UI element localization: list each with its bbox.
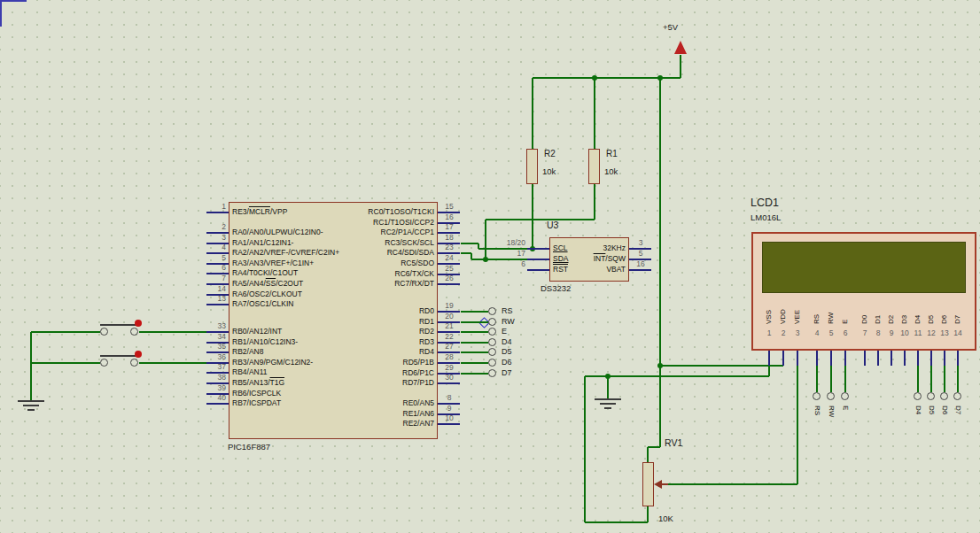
push-button-1-cap[interactable]	[135, 320, 142, 327]
push-button-1-terminal-1[interactable]	[100, 328, 108, 336]
mcu-pin-40-stub[interactable]	[206, 403, 229, 405]
mcu-pin-14-number: 14	[203, 285, 226, 293]
wire-segment[interactable]	[461, 311, 488, 313]
terminal-d7-mcu[interactable]	[488, 369, 496, 377]
lcd-pin-4-stub[interactable]	[816, 351, 818, 366]
wire-segment[interactable]	[461, 362, 488, 364]
wire-segment[interactable]	[532, 78, 533, 149]
wire-segment[interactable]	[584, 376, 586, 522]
wire-segment[interactable]	[585, 375, 769, 377]
terminal-rs-mcu[interactable]	[488, 307, 496, 315]
wire-segment[interactable]	[594, 78, 595, 149]
lcd-pin-1-stub[interactable]	[768, 351, 770, 366]
ground-symbol-left[interactable]	[23, 405, 39, 406]
wire-segment[interactable]	[830, 366, 832, 392]
terminal-d6-lcd[interactable]	[940, 392, 948, 400]
push-button-2-cap[interactable]	[135, 351, 142, 358]
mcu-pin-34-number: 34	[203, 333, 226, 341]
lcd-pin-14-stub[interactable]	[957, 351, 959, 366]
mcu-pin-23-number: 23	[438, 243, 461, 251]
wire-segment[interactable]	[607, 376, 609, 398]
wire-segment[interactable]	[461, 351, 488, 353]
wire-segment[interactable]	[648, 446, 660, 448]
lcd-pin-7-stub[interactable]	[864, 351, 866, 366]
mcu-pin-30-stub[interactable]	[438, 382, 460, 384]
rtc-pin-vbat-stub[interactable]	[629, 269, 651, 271]
push-button-2-bar[interactable]	[100, 355, 139, 357]
power-5v-arrow-icon[interactable]	[674, 41, 687, 54]
terminal-d4-mcu[interactable]	[488, 338, 496, 346]
wire-segment[interactable]	[139, 331, 206, 333]
lcd-pin-2-stub[interactable]	[782, 351, 784, 366]
wire-segment[interactable]	[461, 321, 488, 323]
lcd-pin-13-stub[interactable]	[944, 351, 945, 366]
terminal-d6-mcu[interactable]	[488, 359, 496, 367]
terminal-rs-lcd[interactable]	[813, 392, 821, 400]
lcd-pin-12-label: D5	[928, 315, 935, 324]
wire-segment[interactable]	[680, 55, 681, 78]
wire-segment[interactable]	[944, 366, 945, 392]
wire-segment[interactable]	[585, 521, 648, 523]
lcd-pin-5-stub[interactable]	[830, 351, 832, 366]
mcu-pin-19-name: RD0	[266, 307, 434, 315]
mcu-pin-27-number: 27	[438, 343, 461, 351]
ground-symbol-mid[interactable]	[604, 407, 611, 409]
terminal-d4-lcd[interactable]	[914, 392, 922, 400]
lcd-pin-6-stub[interactable]	[844, 351, 846, 366]
pot-rv1-body[interactable]	[642, 462, 654, 506]
wire-segment[interactable]	[30, 332, 32, 400]
lcd-pin-3-stub[interactable]	[797, 351, 798, 366]
push-button-2-terminal-2[interactable]	[130, 359, 138, 367]
wire-segment[interactable]	[486, 219, 595, 220]
resistor-r1-body[interactable]	[588, 149, 600, 184]
mcu-pin-26-stub[interactable]	[438, 283, 460, 285]
terminal-d7-lcd[interactable]	[953, 392, 961, 400]
schematic-canvas[interactable]: +5V R2 10k R1 10k U3 DS3232 PIC16F887 LC…	[0, 0, 980, 533]
wire-segment[interactable]	[930, 366, 932, 392]
ground-symbol-left[interactable]	[18, 400, 44, 402]
mcu-pin-36-number: 36	[203, 353, 226, 361]
terminal-rw-lcd[interactable]	[827, 392, 835, 400]
wire-segment[interactable]	[816, 366, 818, 392]
power-5v-label: +5V	[663, 23, 678, 32]
lcd-pin-8-stub[interactable]	[877, 351, 879, 366]
terminal-rw-mcu[interactable]	[488, 318, 496, 326]
wire-segment[interactable]	[660, 365, 783, 367]
lcd-pin-12-stub[interactable]	[930, 351, 932, 366]
resistor-r2-body[interactable]	[526, 149, 538, 184]
terminal-e-lcd[interactable]	[841, 392, 849, 400]
push-button-2-terminal-1[interactable]	[100, 359, 108, 367]
wire-segment[interactable]	[957, 366, 959, 392]
wire-segment[interactable]	[594, 184, 595, 220]
wire-segment[interactable]	[461, 331, 488, 333]
lcd-pin-10-stub[interactable]	[904, 351, 906, 366]
lcd-pin-11-stub[interactable]	[917, 351, 919, 366]
wire-segment[interactable]	[139, 362, 206, 364]
wire-segment[interactable]	[461, 373, 488, 375]
ground-symbol-mid[interactable]	[600, 403, 616, 405]
wire-segment[interactable]	[844, 366, 846, 392]
mcu-pin-10-stub[interactable]	[438, 423, 460, 425]
ground-symbol-left[interactable]	[27, 409, 35, 411]
junction-dot	[592, 75, 597, 81]
wire-segment[interactable]	[31, 331, 100, 333]
mcu-pin-13-stub[interactable]	[206, 304, 229, 305]
terminal-d5-lcd[interactable]	[927, 392, 935, 400]
lcd-pin-9-stub[interactable]	[891, 351, 892, 366]
mcu-pin-1-stub[interactable]	[206, 212, 229, 213]
wire-segment[interactable]	[797, 366, 798, 484]
wire-segment[interactable]	[532, 184, 533, 249]
ground-symbol-mid[interactable]	[595, 398, 621, 400]
wire-segment[interactable]	[659, 78, 661, 447]
wire-segment[interactable]	[461, 342, 488, 344]
terminal-d5-mcu[interactable]	[488, 348, 496, 356]
wire-segment[interactable]	[647, 447, 649, 462]
wire-segment[interactable]	[917, 366, 919, 392]
wire-segment[interactable]	[647, 506, 649, 522]
wire-segment[interactable]	[461, 243, 478, 244]
wire-segment[interactable]	[31, 362, 100, 364]
wire-segment[interactable]	[668, 483, 797, 485]
push-button-1-terminal-2[interactable]	[130, 328, 138, 336]
terminal-e-mcu[interactable]	[488, 328, 496, 336]
push-button-1-bar[interactable]	[100, 324, 139, 326]
